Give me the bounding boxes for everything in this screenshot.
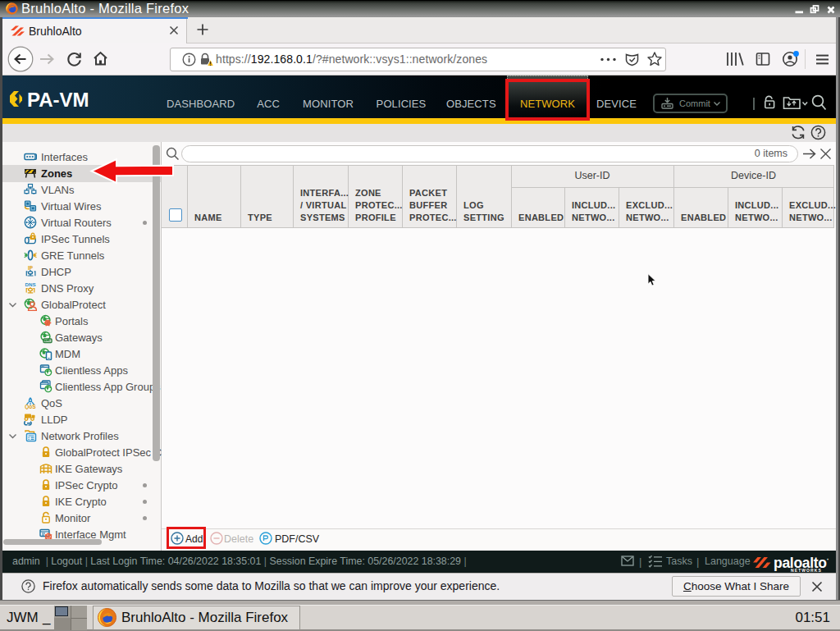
svg-text:DNS: DNS [25,281,35,287]
svg-text:QoS: QoS [25,404,36,410]
svg-text:IP: IP [28,265,34,271]
